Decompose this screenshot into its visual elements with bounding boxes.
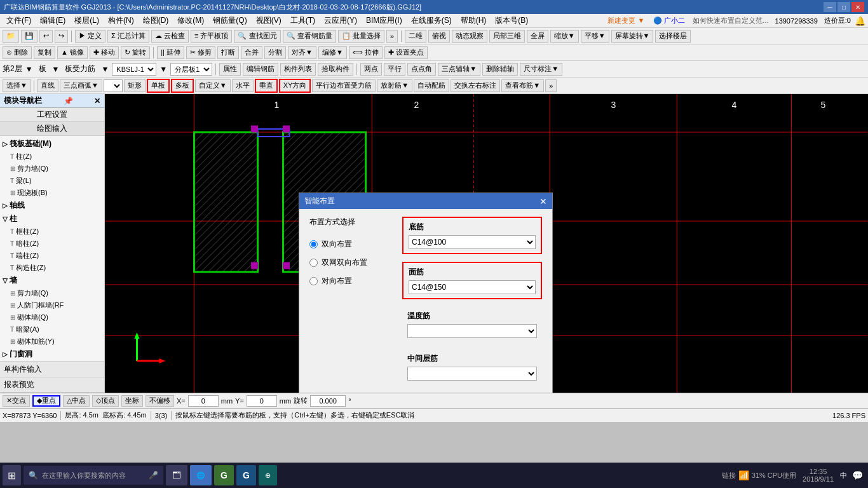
dual-net-radio-input[interactable] — [309, 259, 318, 267]
radial-btn[interactable]: 放射筋▼ — [377, 79, 412, 92]
zoom-btn[interactable]: 缩放▼ — [550, 30, 579, 43]
tree-door-window[interactable]: ▷门窗洞 — [0, 348, 104, 361]
middle-rebar-select[interactable] — [407, 367, 537, 381]
menu-help[interactable]: 帮助(H) — [457, 14, 491, 27]
minimize-button[interactable]: ─ — [824, 2, 836, 12]
pick-component-btn[interactable]: 拾取构件 — [318, 63, 353, 76]
view-rebar-btn[interactable]: 🔍 查看钢筋量 — [283, 30, 336, 43]
dim-btn[interactable]: 尺寸标注▼ — [520, 63, 562, 76]
search-bar[interactable]: 🔍 在这里输入你要搜索的内容 🎤 — [24, 466, 163, 485]
report-preview-btn[interactable]: 报表预览 — [0, 377, 104, 393]
trim-btn[interactable]: ✂ 修剪 — [186, 46, 215, 59]
tree-masonry-rebar[interactable]: ⊞砌体加筋(Y) — [0, 336, 104, 348]
bottom-rebar-select[interactable]: C14@100 — [409, 235, 536, 249]
top-view-btn[interactable]: 俯视 — [428, 30, 450, 43]
custom-btn[interactable]: 自定义▼ — [195, 79, 231, 92]
snap-coord-btn[interactable]: 坐标 — [121, 395, 143, 407]
undo-btn[interactable]: ↩ — [39, 30, 53, 43]
auto-config-btn[interactable]: 自动配筋 — [414, 79, 449, 92]
menu-edit[interactable]: 编辑(E) — [36, 14, 69, 27]
copy-btn[interactable]: 复制 — [34, 46, 55, 59]
canvas-area[interactable]: 1 2 3 4 5 — [105, 94, 868, 393]
tree-foundation[interactable]: ▷筏板基础(M) — [0, 137, 104, 151]
menu-modify[interactable]: 修改(M) — [173, 14, 208, 27]
tree-foundation-beam[interactable]: T梁(L) — [0, 175, 104, 187]
parallel-edge-btn[interactable]: 平行边布置受力筋 — [312, 79, 376, 92]
temp-rebar-select[interactable] — [407, 324, 537, 338]
define-btn[interactable]: ▶ 定义 — [75, 30, 105, 43]
multi-slab-btn[interactable]: 多板 — [171, 79, 194, 93]
sidebar-section-project[interactable]: 工程设置 — [0, 108, 104, 122]
dynamic-view-btn[interactable]: 动态观察 — [452, 30, 487, 43]
tree-masonry-wall[interactable]: ⊞砌体墙(Q) — [0, 311, 104, 323]
tree-civil-defense-wall[interactable]: ⊞人防门框墙(RF — [0, 299, 104, 311]
more-draw-btn[interactable]: » — [545, 79, 557, 92]
rect-btn[interactable]: 矩形 — [124, 79, 146, 92]
bell-icon[interactable]: 🔔 — [855, 16, 865, 26]
sidebar-close-icon[interactable]: ✕ — [94, 97, 100, 105]
bidirectional-radio-input[interactable] — [309, 240, 318, 248]
menu-service[interactable]: 在线服务(S) — [407, 14, 456, 27]
paired-radio[interactable]: 对向布置 — [309, 276, 392, 287]
task-view-btn[interactable]: 🗔 — [166, 465, 187, 485]
open-btn[interactable]: 📁 — [3, 30, 19, 43]
component-list-btn[interactable]: 构件列表 — [280, 63, 316, 76]
edit-mod-btn[interactable]: 编修▼ — [318, 46, 347, 59]
delete-btn[interactable]: ⊙ 删除 — [3, 46, 32, 59]
stretch-btn[interactable]: ⟺ 拉伸 — [349, 46, 383, 59]
pan-btn[interactable]: 平移▼ — [581, 30, 609, 43]
merge-btn[interactable]: 合并 — [241, 46, 262, 59]
tree-hidden-col[interactable]: T暗柱(Z) — [0, 238, 104, 250]
horizontal-btn[interactable]: 水平 — [232, 79, 254, 92]
top-rebar-select[interactable]: C14@150 — [409, 280, 536, 294]
notification-icon[interactable]: 💬 — [852, 470, 863, 480]
menu-view[interactable]: 视图(V) — [252, 14, 285, 27]
batch-select-btn[interactable]: 📋 批量选择 — [338, 30, 384, 43]
tree-foundation-shear[interactable]: ⊞剪力墙(Q) — [0, 163, 104, 175]
2d-view-btn[interactable]: 二维 — [405, 30, 426, 43]
edit-rebar-btn[interactable]: 编辑钢筋 — [243, 63, 278, 76]
paired-radio-input[interactable] — [309, 277, 318, 285]
align-btn[interactable]: 对齐▼ — [288, 46, 316, 59]
snap-midpoint-btn[interactable]: ◆ 重点 — [32, 395, 60, 407]
cloud-check-btn[interactable]: ☁ 云检查 — [151, 30, 189, 43]
layer-div-select[interactable]: 分层板1 — [170, 63, 212, 76]
menu-file[interactable]: 文件(F) — [3, 14, 35, 27]
sidebar-pin-icon[interactable]: 📌 — [64, 97, 73, 105]
straight-line-btn[interactable]: 直线 — [37, 79, 58, 92]
bidirectional-radio[interactable]: 双向布置 — [309, 239, 392, 250]
move-btn[interactable]: ✚ 移动 — [90, 46, 119, 59]
y-input[interactable] — [247, 395, 277, 407]
swap-coord-btn[interactable]: 交换左右标注 — [451, 79, 500, 92]
menu-version[interactable]: 版本号(B) — [491, 14, 532, 27]
more-tools-btn[interactable]: » — [386, 30, 398, 43]
app-g-btn1[interactable]: G — [214, 465, 234, 485]
grip-btn[interactable]: ✚ 设置夹点 — [384, 46, 428, 59]
menu-draw[interactable]: 绘图(D) — [139, 14, 173, 27]
menu-rebar-qty[interactable]: 钢筋量(Q) — [209, 14, 250, 27]
menu-floor[interactable]: 楼层(L) — [71, 14, 103, 27]
no-offset-btn[interactable]: 不偏移 — [146, 395, 174, 407]
vertical-btn[interactable]: 垂直 — [255, 79, 278, 93]
save-btn[interactable]: 💾 — [21, 30, 37, 43]
tree-foundation-col[interactable]: T柱(Z) — [0, 151, 104, 163]
rotate-input[interactable] — [310, 395, 346, 407]
tree-hidden-beam[interactable]: T暗梁(A) — [0, 323, 104, 336]
tree-foundation-slab[interactable]: ⊞现浇板(B) — [0, 187, 104, 199]
xy-direction-btn[interactable]: XY方向 — [279, 79, 311, 93]
single-input-btn[interactable]: 单构件输入 — [0, 362, 104, 377]
snap-center-btn[interactable]: △ 中点 — [63, 395, 90, 407]
new-change-btn[interactable]: 新建变更 ▼ — [604, 15, 648, 27]
parallel-btn[interactable]: 平行 — [384, 63, 405, 76]
snap-intersection-btn[interactable]: ✕ 交点 — [3, 395, 30, 407]
menu-component[interactable]: 构件(N) — [104, 14, 138, 27]
level-top-btn[interactable]: ≡ 齐平板顶 — [191, 30, 232, 43]
tree-wall[interactable]: ▽墙 — [0, 274, 104, 287]
angle-btn[interactable]: 点点角 — [407, 63, 436, 76]
menu-bim[interactable]: BIM应用(I) — [362, 14, 406, 27]
break-btn[interactable]: 打断 — [217, 46, 239, 59]
rotate-btn[interactable]: ↻ 旋转 — [121, 46, 150, 59]
local-3d-btn[interactable]: 局部三维 — [489, 30, 525, 43]
single-slab-btn[interactable]: 单板 — [147, 79, 170, 93]
fullscreen-btn[interactable]: 全屏 — [527, 30, 548, 43]
